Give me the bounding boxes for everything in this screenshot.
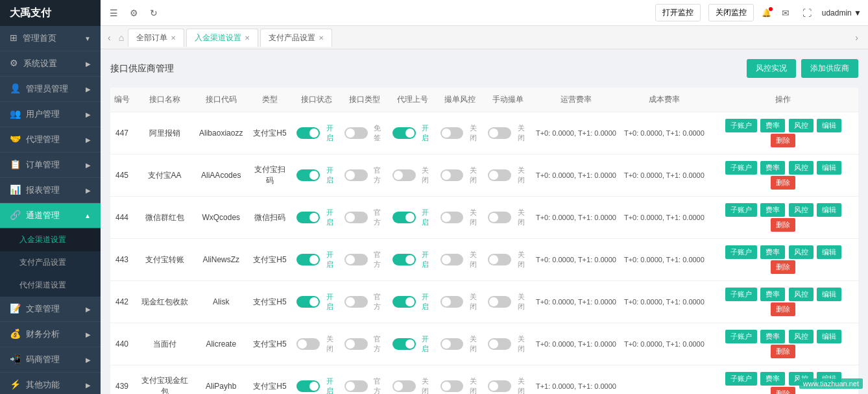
risk-button[interactable]: 风控 (789, 372, 814, 386)
cell-interface-type[interactable]: 官方 (341, 239, 389, 281)
risk-button[interactable]: 风控 (789, 119, 814, 132)
tab-next-button[interactable]: › (849, 32, 865, 43)
sidebar-sub-item-inbound[interactable]: 入金渠道设置 (0, 228, 101, 251)
interface-type-toggle[interactable] (344, 212, 368, 223)
cell-proxy[interactable]: 开启 (389, 281, 437, 323)
delete-button[interactable]: 删除 (771, 218, 795, 232)
sidebar-item-other[interactable]: ⚡其他功能 ▶ (0, 373, 101, 394)
open-monitor-button[interactable]: 打开监控 (655, 4, 701, 21)
status-toggle[interactable] (296, 254, 320, 265)
sidebar-item-home[interactable]: ⊞管理首页 ▼ (0, 26, 101, 51)
status-toggle[interactable] (296, 380, 320, 392)
risk-button[interactable]: 风控 (789, 161, 814, 175)
sidebar-item-report[interactable]: 📊报表管理 ▶ (0, 178, 101, 203)
sidebar-item-finance[interactable]: 💰财务分析 ▶ (0, 322, 101, 347)
risk-toggle[interactable] (440, 127, 464, 139)
delete-button[interactable]: 删除 (771, 260, 795, 274)
cell-manual[interactable]: 关闭 (484, 281, 532, 323)
tab-prev-button[interactable]: ‹ (104, 32, 115, 43)
cell-proxy[interactable]: 开启 (389, 323, 437, 365)
sub-account-button[interactable]: 子账户 (725, 245, 757, 259)
sub-account-button[interactable]: 子账户 (725, 203, 757, 217)
manual-toggle[interactable] (488, 380, 511, 392)
status-toggle[interactable] (296, 212, 320, 223)
rate-button[interactable]: 费率 (760, 288, 785, 301)
add-supplier-button[interactable]: 添加供应商 (801, 59, 858, 78)
menu-icon[interactable]: ☰ (107, 5, 121, 21)
cell-risk[interactable]: 关闭 (437, 154, 485, 197)
edit-button[interactable]: 编辑 (817, 119, 841, 132)
proxy-toggle[interactable] (392, 127, 416, 139)
delete-button[interactable]: 删除 (771, 134, 795, 147)
cell-risk[interactable]: 关闭 (437, 112, 485, 154)
status-toggle[interactable] (296, 127, 320, 139)
proxy-toggle[interactable] (392, 254, 416, 265)
cell-manual[interactable]: 关闭 (484, 197, 532, 239)
delete-button[interactable]: 删除 (771, 302, 795, 316)
cell-risk[interactable]: 关闭 (437, 323, 485, 365)
proxy-toggle[interactable] (392, 296, 416, 308)
manual-toggle[interactable] (488, 296, 511, 308)
cell-manual[interactable]: 关闭 (484, 239, 532, 281)
rate-button[interactable]: 费率 (760, 245, 785, 259)
cell-proxy[interactable]: 关闭 (389, 154, 437, 197)
risk-toggle[interactable] (440, 169, 464, 181)
cell-manual[interactable]: 关闭 (484, 365, 532, 395)
interface-type-toggle[interactable] (344, 296, 368, 308)
interface-type-toggle[interactable] (344, 169, 368, 181)
proxy-toggle[interactable] (392, 380, 416, 392)
status-toggle[interactable] (296, 296, 320, 308)
manual-toggle[interactable] (488, 254, 511, 265)
delete-button[interactable]: 删除 (771, 387, 795, 394)
manual-toggle[interactable] (488, 338, 511, 350)
proxy-toggle[interactable] (392, 169, 416, 181)
sub-account-button[interactable]: 子账户 (725, 330, 757, 343)
risk-toggle[interactable] (440, 254, 464, 265)
manual-toggle[interactable] (488, 127, 511, 139)
sub-account-button[interactable]: 子账户 (725, 372, 757, 386)
delete-button[interactable]: 删除 (771, 345, 795, 358)
rate-button[interactable]: 费率 (760, 330, 785, 343)
status-toggle[interactable] (296, 338, 320, 350)
cell-risk[interactable]: 关闭 (437, 197, 485, 239)
cell-status[interactable]: 开启 (293, 112, 341, 154)
cell-interface-type[interactable]: 官方 (341, 154, 389, 197)
user-menu[interactable]: udadmin ▼ (822, 8, 862, 18)
status-toggle[interactable] (296, 169, 320, 181)
message-icon[interactable]: ✉ (779, 5, 792, 21)
risk-toggle[interactable] (440, 296, 464, 308)
cell-interface-type[interactable]: 官方 (341, 323, 389, 365)
risk-button[interactable]: 风控 (789, 245, 814, 259)
edit-button[interactable]: 编辑 (817, 372, 841, 386)
settings-icon[interactable]: ⚙ (127, 5, 141, 21)
cell-proxy[interactable]: 开启 (389, 112, 437, 154)
cell-risk[interactable]: 关闭 (437, 239, 485, 281)
sidebar-item-channel[interactable]: 🔗通道管理 ▲ (0, 203, 101, 228)
tab-inbound-channel[interactable]: 入金渠道设置 ✕ (186, 29, 258, 47)
manual-toggle[interactable] (488, 212, 511, 223)
cell-interface-type[interactable]: 免签 (341, 112, 389, 154)
cell-risk[interactable]: 关闭 (437, 365, 485, 395)
rate-button[interactable]: 费率 (760, 372, 785, 386)
sidebar-sub-item-outbound[interactable]: 代付渠道设置 (0, 274, 101, 297)
tab-home-button[interactable]: ⌂ (115, 32, 128, 43)
cell-interface-type[interactable]: 官方 (341, 365, 389, 395)
interface-type-toggle[interactable] (344, 380, 368, 392)
cell-status[interactable]: 开启 (293, 365, 341, 395)
risk-toggle[interactable] (440, 338, 464, 350)
proxy-toggle[interactable] (392, 338, 416, 350)
rate-button[interactable]: 费率 (760, 119, 785, 132)
cell-status[interactable]: 开启 (293, 239, 341, 281)
cell-status[interactable]: 开启 (293, 154, 341, 197)
risk-toggle[interactable] (440, 380, 464, 392)
sub-account-button[interactable]: 子账户 (725, 161, 757, 175)
edit-button[interactable]: 编辑 (817, 288, 841, 301)
tab-payment-product[interactable]: 支付产品设置 ✕ (260, 29, 332, 47)
bell-icon[interactable]: 🔔 (762, 8, 771, 18)
sidebar-item-agent[interactable]: 🤝代理管理 ▶ (0, 127, 101, 153)
interface-type-toggle[interactable] (344, 254, 368, 265)
rate-button[interactable]: 费率 (760, 203, 785, 217)
edit-button[interactable]: 编辑 (817, 203, 841, 217)
manual-toggle[interactable] (488, 169, 511, 181)
sidebar-item-system[interactable]: ⚙系统设置 ▶ (0, 51, 101, 77)
